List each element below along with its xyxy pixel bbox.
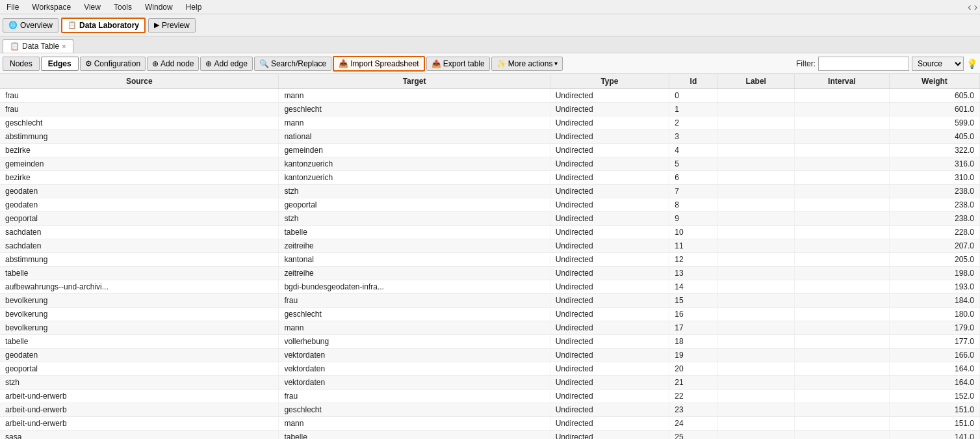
table-cell: Undirected bbox=[550, 171, 669, 185]
table-cell: 310.0 bbox=[889, 171, 979, 185]
more-actions-button[interactable]: ✨ More actions ▾ bbox=[491, 57, 563, 71]
table-cell: vektordaten bbox=[279, 349, 550, 362]
table-cell: 7 bbox=[669, 185, 717, 198]
export-table-button[interactable]: 📤 Export table bbox=[426, 57, 490, 71]
menu-window[interactable]: Window bbox=[141, 2, 177, 12]
table-cell bbox=[794, 267, 889, 280]
search-replace-button[interactable]: 🔍 Search/Replace bbox=[254, 57, 331, 71]
table-cell: 177.0 bbox=[889, 335, 979, 349]
table-row: geschlechtmannUndirected2599.0 bbox=[0, 116, 980, 130]
table-cell: Undirected bbox=[550, 239, 669, 253]
table-row: abstimmungnationalUndirected3405.0 bbox=[0, 130, 980, 144]
table-cell bbox=[717, 431, 794, 440]
table-cell: 14 bbox=[669, 280, 717, 294]
add-edge-button[interactable]: ⊕ Add edge bbox=[200, 57, 252, 71]
table-cell bbox=[717, 130, 794, 144]
lab-icon: 📋 bbox=[68, 21, 77, 29]
table-row: tabellezeitreiheUndirected13198.0 bbox=[0, 267, 980, 280]
menu-tools[interactable]: Tools bbox=[110, 2, 136, 12]
table-cell: 25 bbox=[669, 431, 717, 440]
table-cell: zeitreihe bbox=[279, 267, 550, 280]
table-cell: gemeinden bbox=[279, 144, 550, 157]
table-cell: bgdi-bundesgeodaten-infra... bbox=[279, 280, 550, 294]
table-cell bbox=[794, 362, 889, 376]
table-cell: 151.0 bbox=[889, 403, 979, 417]
menu-file[interactable]: File bbox=[3, 2, 23, 12]
table-cell bbox=[717, 89, 794, 103]
menu-view[interactable]: View bbox=[80, 2, 105, 12]
add-edge-label: Add edge bbox=[214, 59, 247, 68]
table-cell: sachdaten bbox=[0, 226, 279, 239]
gear-icon: ⚙ bbox=[85, 59, 92, 68]
import-spreadsheet-button[interactable]: 📥 Import Spreadsheet bbox=[333, 56, 424, 72]
table-cell: Undirected bbox=[550, 362, 669, 376]
table-cell: mann bbox=[279, 321, 550, 335]
preview-button[interactable]: ▶ Preview bbox=[148, 18, 196, 33]
export-icon: 📤 bbox=[432, 59, 441, 68]
table-cell: frau bbox=[279, 294, 550, 308]
table-row: abstimmungkantonalUndirected12205.0 bbox=[0, 253, 980, 267]
col-id: Id bbox=[669, 74, 717, 89]
table-cell bbox=[794, 280, 889, 294]
table-cell: bevolkerung bbox=[0, 308, 279, 321]
table-cell: 164.0 bbox=[889, 376, 979, 390]
col-source: Source bbox=[0, 74, 279, 89]
table-cell: vektordaten bbox=[279, 376, 550, 390]
nav-back-icon[interactable]: ‹ bbox=[968, 1, 971, 13]
table-cell: 18 bbox=[669, 335, 717, 349]
table-cell: sachdaten bbox=[0, 239, 279, 253]
table-cell bbox=[794, 431, 889, 440]
table-row: geoportalstzhUndirected9238.0 bbox=[0, 212, 980, 226]
table-cell: 3 bbox=[669, 130, 717, 144]
table-cell: bevolkerung bbox=[0, 321, 279, 335]
table-cell: 151.0 bbox=[889, 417, 979, 431]
source-select[interactable]: Source bbox=[912, 57, 964, 71]
data-laboratory-label: Data Laboratory bbox=[79, 21, 139, 30]
edges-table: Source Target Type Id Label Interval Wei… bbox=[0, 74, 980, 439]
table-cell: 322.0 bbox=[889, 144, 979, 157]
table-cell: Undirected bbox=[550, 335, 669, 349]
table-row: bevolkerungmannUndirected17179.0 bbox=[0, 321, 980, 335]
table-row: geodatenstzhUndirected7238.0 bbox=[0, 185, 980, 198]
table-cell bbox=[794, 335, 889, 349]
tab-close-button[interactable]: × bbox=[62, 42, 66, 50]
table-row: sachdatenzeitreiheUndirected11207.0 bbox=[0, 239, 980, 253]
filter-area: Filter: Source 💡 bbox=[564, 57, 977, 71]
tab-strip: 📋 Data Table × bbox=[0, 36, 980, 53]
lightbulb-icon: 💡 bbox=[966, 59, 977, 69]
table-row: bezirkekantonzuerichUndirected6310.0 bbox=[0, 171, 980, 185]
table-cell: tabelle bbox=[279, 226, 550, 239]
data-laboratory-button[interactable]: 📋 Data Laboratory bbox=[61, 18, 146, 33]
data-table-tab[interactable]: 📋 Data Table × bbox=[3, 39, 73, 53]
menu-workspace[interactable]: Workspace bbox=[28, 2, 75, 12]
nav-forward-icon[interactable]: › bbox=[974, 1, 977, 13]
configuration-button[interactable]: ⚙ Configuration bbox=[80, 57, 146, 71]
table-row: geoportalvektordatenUndirected20164.0 bbox=[0, 362, 980, 376]
table-cell: geschlecht bbox=[279, 103, 550, 116]
nodes-tab[interactable]: Nodes bbox=[3, 57, 40, 71]
table-cell: Undirected bbox=[550, 376, 669, 390]
app: File Workspace View Tools Window Help ‹ … bbox=[0, 0, 980, 439]
table-cell: geodaten bbox=[0, 349, 279, 362]
edges-tab[interactable]: Edges bbox=[41, 57, 79, 71]
filter-input[interactable] bbox=[818, 57, 909, 71]
col-target: Target bbox=[279, 74, 550, 89]
table-cell: kantonzuerich bbox=[279, 157, 550, 171]
overview-button[interactable]: 🌐 Overview bbox=[3, 18, 58, 33]
nav-row: Nodes Edges ⚙ Configuration ⊕ Add node ⊕… bbox=[0, 53, 980, 74]
table-cell: tabelle bbox=[0, 335, 279, 349]
table-cell bbox=[717, 212, 794, 226]
table-row: bezirkegemeindenUndirected4322.0 bbox=[0, 144, 980, 157]
menu-help[interactable]: Help bbox=[182, 2, 206, 12]
add-node-button[interactable]: ⊕ Add node bbox=[147, 57, 199, 71]
preview-icon: ▶ bbox=[154, 21, 159, 29]
sparkle-icon: ✨ bbox=[496, 59, 506, 68]
col-type: Type bbox=[550, 74, 669, 89]
table-cell bbox=[794, 390, 889, 403]
table-cell: kantonzuerich bbox=[279, 171, 550, 185]
table-cell bbox=[717, 144, 794, 157]
table-cell bbox=[794, 116, 889, 130]
table-cell: Undirected bbox=[550, 349, 669, 362]
table-cell: Undirected bbox=[550, 144, 669, 157]
table-cell: 238.0 bbox=[889, 198, 979, 212]
